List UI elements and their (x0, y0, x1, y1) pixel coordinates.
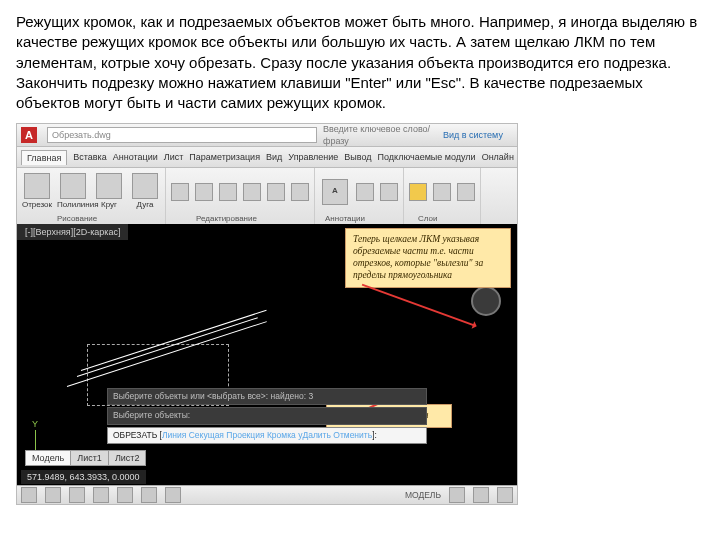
window-titlebar: A Обрезать.dwg Введите ключевое слово/фр… (17, 124, 517, 147)
tab-model[interactable]: Модель (25, 450, 71, 466)
status-model-label[interactable]: МОДЕЛЬ (405, 490, 441, 501)
status-icon[interactable] (117, 487, 133, 503)
btn-edit-2[interactable] (194, 183, 214, 202)
copy-icon (243, 183, 261, 201)
tab-layout1[interactable]: Лист1 (70, 450, 109, 466)
circle-icon (96, 173, 122, 199)
polyline-icon (60, 173, 86, 199)
trim-icon (219, 183, 237, 201)
layer-state-icon (457, 183, 475, 201)
btn-table[interactable] (379, 183, 399, 202)
btn-circle[interactable]: Круг (93, 173, 125, 211)
dimension-icon (356, 183, 374, 201)
layer-icon (409, 183, 427, 201)
rotate-icon (195, 183, 213, 201)
autocad-screenshot: A Обрезать.dwg Введите ключевое слово/фр… (16, 123, 518, 505)
arrow-to-lines (362, 284, 475, 327)
status-icon[interactable] (141, 487, 157, 503)
btn-edit-1[interactable] (170, 183, 190, 202)
title-field: Обрезать.dwg (47, 127, 317, 143)
btn-pline[interactable]: Полилиния (57, 173, 89, 211)
status-icon[interactable] (449, 487, 465, 503)
layer-prop-icon (433, 183, 451, 201)
tab-plugins[interactable]: Подключаемые модули (378, 151, 476, 163)
table-icon (380, 183, 398, 201)
tab-output[interactable]: Вывод (344, 151, 371, 163)
ribbon: Отрезок Полилиния Круг Дуга Рисование Ре… (17, 168, 517, 227)
tab-manage[interactable]: Управление (288, 151, 338, 163)
btn-edit-3[interactable] (218, 183, 238, 202)
status-icon[interactable] (165, 487, 181, 503)
search-hint: Введите ключевое слово/фразу (323, 123, 443, 147)
status-icon[interactable] (473, 487, 489, 503)
cmd-prefix: ОБРЕЗАТЬ [ (113, 430, 162, 440)
status-icon[interactable] (45, 487, 61, 503)
status-icon[interactable] (69, 487, 85, 503)
app-menu-icon[interactable]: A (21, 127, 37, 143)
btn-layer-1[interactable] (408, 183, 428, 202)
callout-main: Теперь щелкаем ЛКМ указывая обрезаемые ч… (345, 228, 511, 288)
cmd-options[interactable]: Линия Секущая Проекция Кромка уДалить От… (162, 430, 372, 440)
paragraph: Режущих кромок, как и подрезаемых объект… (16, 12, 704, 113)
viewport-label[interactable]: [-][Верхняя][2D-каркас] (17, 224, 128, 240)
text-icon: A (322, 179, 348, 205)
cmd-suffix: ]: (372, 430, 377, 440)
tab-param[interactable]: Параметризация (189, 151, 260, 163)
status-icon[interactable] (93, 487, 109, 503)
fillet-icon (291, 183, 309, 201)
cmd-line-1: Выберите объекты или <выбрать все>: найд… (107, 388, 427, 405)
btn-layer-2[interactable] (432, 183, 452, 202)
cmd-line-active[interactable]: ОБРЕЗАТЬ [Линия Секущая Проекция Кромка … (107, 427, 427, 444)
signin-hint[interactable]: Вид в систему (443, 129, 513, 141)
tab-layout2[interactable]: Лист2 (108, 450, 147, 466)
arc-icon (132, 173, 158, 199)
tab-sheet[interactable]: Лист (164, 151, 184, 163)
move-icon (171, 183, 189, 201)
tab-annot[interactable]: Аннотации (113, 151, 158, 163)
layout-tabs: Модель Лист1 Лист2 (25, 450, 146, 466)
btn-text[interactable]: A (319, 179, 351, 206)
btn-edit-6[interactable] (290, 183, 310, 202)
tab-online[interactable]: Онлайн (482, 151, 514, 163)
btn-edit-5[interactable] (266, 183, 286, 202)
tab-view[interactable]: Вид (266, 151, 282, 163)
tab-insert[interactable]: Вставка (73, 151, 106, 163)
drawing-area[interactable]: [-][Верхняя][2D-каркас] В Теперь щелкаем… (17, 224, 517, 486)
status-bar: МОДЕЛЬ (17, 485, 517, 504)
ribbon-tabs: Главная Вставка Аннотации Лист Параметри… (17, 147, 517, 168)
tab-home[interactable]: Главная (21, 150, 67, 165)
btn-dim[interactable] (355, 183, 375, 202)
status-icon[interactable] (497, 487, 513, 503)
btn-line[interactable]: Отрезок (21, 173, 53, 211)
btn-arc[interactable]: Дуга (129, 173, 161, 211)
status-icon[interactable] (21, 487, 37, 503)
coords-readout: 571.9489, 643.3933, 0.0000 (21, 470, 146, 484)
line-icon (24, 173, 50, 199)
command-history: Выберите объекты или <выбрать все>: найд… (107, 386, 427, 444)
cmd-line-2: Выберите объекты: (107, 407, 427, 424)
btn-layer-3[interactable] (456, 183, 476, 202)
btn-edit-4[interactable] (242, 183, 262, 202)
nav-wheel-icon[interactable] (471, 286, 501, 316)
mirror-icon (267, 183, 285, 201)
